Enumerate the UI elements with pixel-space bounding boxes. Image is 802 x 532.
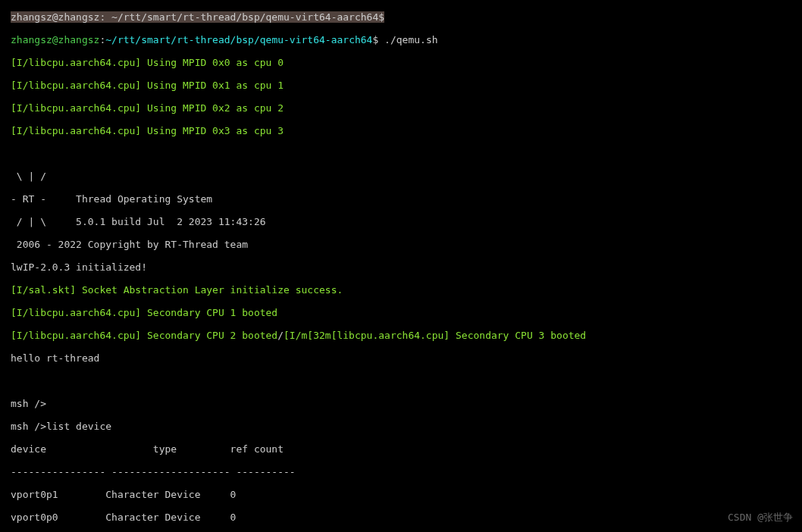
dev-row: vport0p0 Character Device 0 [11, 512, 802, 523]
banner-1: \ | / [11, 171, 802, 182]
cpu-boot-1: [I/libcpu.aarch64.cpu] Using MPID 0x1 as… [11, 80, 802, 91]
sal-init: [I/sal.skt] Socket Abstraction Layer ini… [11, 284, 802, 296]
dev-row: vport0p1 Character Device 0 [11, 489, 802, 500]
cpu-boot-2: [I/libcpu.aarch64.cpu] Using MPID 0x2 as… [11, 102, 802, 114]
banner-4: 2006 - 2022 Copyright by RT-Thread team [11, 239, 802, 250]
msh-prompt: msh /> [11, 398, 802, 409]
watermark: CSDN @张世争 [728, 512, 793, 523]
device-header: device type ref count [11, 443, 802, 455]
partial-top-line: zhangsz@zhangsz: ~/rtt/smart/rt-thread/b… [11, 11, 802, 23]
lwip-init: lwIP-2.0.3 initialized! [11, 261, 802, 273]
spacer [11, 148, 802, 159]
cpu-boot-3: [I/libcpu.aarch64.cpu] Using MPID 0x3 as… [11, 125, 802, 136]
terminal[interactable]: zhangsz@zhangsz: ~/rtt/smart/rt-thread/b… [0, 0, 802, 532]
banner-3: / | \ 5.0.1 build Jul 2 2023 11:43:26 [11, 216, 802, 227]
secondary-cpu1: [I/libcpu.aarch64.cpu] Secondary CPU 1 b… [11, 307, 802, 318]
secondary-cpu23: [I/libcpu.aarch64.cpu] Secondary CPU 2 b… [11, 330, 802, 341]
banner-2: - RT - Thread Operating System [11, 193, 802, 205]
hello-line: hello rt-thread [11, 352, 802, 364]
prompt-line: zhangsz@zhangsz:~/rtt/smart/rt-thread/bs… [11, 34, 802, 45]
device-rule: ---------------- -------------------- --… [11, 466, 802, 477]
msh-list-device: msh />list device [11, 421, 802, 432]
spacer [11, 375, 802, 386]
cpu-boot-0: [I/libcpu.aarch64.cpu] Using MPID 0x0 as… [11, 57, 802, 68]
